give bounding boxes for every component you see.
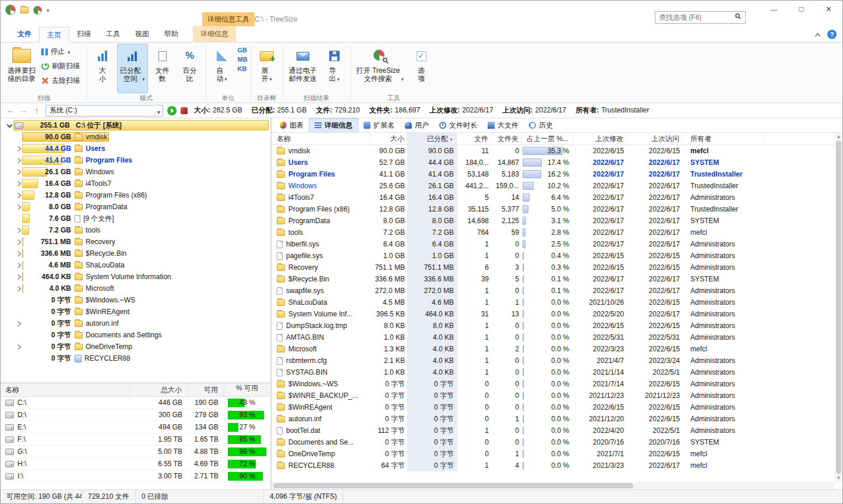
- details-row[interactable]: bootTel.dat 112 字节 0 字节 1 0 0.0 % 2022/4…: [272, 425, 835, 436]
- col-owner[interactable]: 所有者: [682, 133, 764, 144]
- file-search-button[interactable]: 打开 TreeSize 文件搜索: [354, 44, 407, 93]
- detail-tab[interactable]: 图表: [274, 118, 309, 132]
- expand-chevron-icon[interactable]: [15, 285, 22, 292]
- details-row[interactable]: Recovery 751.1 MB 751.1 MB 6 3 0.3 % 202…: [272, 262, 835, 273]
- drive-selector[interactable]: 系统 (C:): [45, 105, 163, 117]
- back-button[interactable]: [5, 106, 15, 115]
- expand-chevron-icon[interactable]: [15, 192, 22, 199]
- drive-row[interactable]: G:\ 5.00 TB 4.88 TB 98 %: [1, 446, 270, 458]
- expand-chevron-icon[interactable]: [15, 203, 22, 211]
- ribbon-tab[interactable]: 扫描: [69, 26, 98, 42]
- vertical-scrollbar[interactable]: [835, 133, 842, 482]
- drive-row[interactable]: H:\ 6.55 TB 4.69 TB 72 %: [1, 458, 270, 470]
- unit-mb[interactable]: MB: [238, 57, 248, 63]
- tree-item[interactable]: 7.2 GB tools: [1, 224, 270, 236]
- details-row[interactable]: pagefile.sys 1.0 GB 1.0 GB 1 0 0.4 % 202…: [272, 250, 835, 262]
- details-row[interactable]: Program Files (x86) 12.8 GB 12.8 GB 35,1…: [272, 203, 835, 215]
- refresh-scan-button[interactable]: 刷新扫描: [40, 60, 83, 72]
- select-directory-button[interactable]: 选择要扫 描的目录: [5, 44, 38, 93]
- details-row[interactable]: DumpStack.log.tmp 8.0 KB 8.0 KB 1 0 0.0 …: [272, 320, 835, 332]
- ribbon-tab[interactable]: 详细信息: [193, 26, 236, 42]
- details-row[interactable]: vmdisk 90.0 GB 90.0 GB 11 0 35.3 % 2022/…: [272, 145, 835, 157]
- mode-percent-button[interactable]: 百分 比: [177, 44, 203, 93]
- details-row[interactable]: System Volume Inf... 396.5 KB 464.0 KB 3…: [272, 308, 835, 320]
- stop-button[interactable]: 停止: [40, 45, 83, 58]
- horizontal-scrollbar[interactable]: [272, 482, 835, 489]
- detail-tab[interactable]: 历史: [524, 118, 558, 132]
- details-row[interactable]: $WINRE_BACKUP_... 0 字节 0 字节 0 0 0.0 % 20…: [272, 390, 835, 401]
- expand-chevron-icon[interactable]: [15, 262, 22, 269]
- details-row[interactable]: OneDriveTemp 0 字节 0 字节 0 1 0.0 % 2021/7/…: [272, 448, 835, 460]
- folder-icon[interactable]: [20, 7, 29, 13]
- col-percent-of-parent[interactable]: 占上一层 %...: [521, 133, 573, 144]
- expand-chevron-icon[interactable]: [15, 168, 22, 176]
- unit-kb[interactable]: KB: [238, 66, 248, 72]
- tree-root-row[interactable]: 255.1 GB C:\ 位于 [系统]: [1, 119, 270, 131]
- scrollbar-thumb[interactable]: [273, 483, 633, 488]
- expand-chevron-icon[interactable]: [15, 227, 22, 234]
- col-size[interactable]: 大小: [370, 133, 407, 144]
- col-drive-total[interactable]: 总大小: [130, 384, 188, 396]
- col-files[interactable]: 文件: [457, 133, 491, 144]
- expand-chevron-icon[interactable]: [15, 157, 22, 164]
- options-button[interactable]: 选 项: [408, 44, 434, 93]
- tree-item[interactable]: 0 字节 $WinREAgent: [1, 306, 270, 318]
- details-row[interactable]: rsbmterm.cfg 2.1 KB 4.0 KB 1 0 0.0 % 202…: [272, 355, 835, 366]
- tree-item[interactable]: 12.8 GB Program Files (x86): [1, 189, 270, 201]
- details-row[interactable]: SYSTAG.BIN 1.0 KB 4.0 KB 1 0 0.0 % 2021/…: [272, 366, 835, 378]
- details-row[interactable]: i4Tools7 16.4 GB 16.4 GB 5 14 6.4 % 2022…: [272, 192, 835, 203]
- ribbon-tab[interactable]: 工具: [98, 26, 128, 42]
- detail-tab[interactable]: 大文件: [482, 118, 524, 132]
- details-row[interactable]: Users 52.7 GB 44.4 GB 184,0... 14,867 17…: [272, 157, 835, 168]
- col-drive-pct[interactable]: % 可用: [228, 384, 267, 396]
- expand-chevron-icon[interactable]: [15, 180, 22, 188]
- drive-row[interactable]: E:\ 494 GB 134 GB 27 %: [1, 421, 270, 433]
- qat-dropdown-icon[interactable]: [47, 6, 50, 14]
- tree-item[interactable]: 26.1 GB Windows: [1, 166, 270, 178]
- expand-chevron-icon[interactable]: [15, 273, 22, 281]
- mode-size-button[interactable]: 大 小: [90, 44, 115, 93]
- details-row[interactable]: hiberfil.sys 6.4 GB 6.4 GB 1 0 2.5 % 202…: [272, 238, 835, 250]
- details-row[interactable]: $WinREAgent 0 字节 0 字节 0 0 0.0 % 2022/6/1…: [272, 401, 835, 413]
- tree-item[interactable]: 16.4 GB i4Tools7: [1, 178, 270, 189]
- unit-auto-button[interactable]: 自 动: [209, 44, 235, 93]
- scroll-up-icon[interactable]: [837, 133, 841, 140]
- expand-chevron-icon[interactable]: [15, 145, 22, 153]
- details-row[interactable]: RECYCLER88 64 字节 0 字节 1 4 0.0 % 2021/3/2…: [272, 460, 835, 471]
- drive-row[interactable]: F:\ 1.95 TB 1.65 TB 85 %: [1, 433, 270, 446]
- drive-row[interactable]: D:\ 300 GB 278 GB 93 %: [1, 409, 270, 421]
- ribbon-tab[interactable]: 帮助: [157, 26, 186, 42]
- col-name[interactable]: 名称: [272, 133, 370, 144]
- tree-item[interactable]: 336.6 MB $Recycle.Bin: [1, 248, 270, 259]
- details-row[interactable]: tools 7.2 GB 7.2 GB 764 59 2.8 % 2022/6/…: [272, 227, 835, 238]
- col-last-accessed[interactable]: 上次访问: [626, 133, 682, 144]
- tree-item[interactable]: 7.6 GB [9 个文件]: [1, 213, 270, 224]
- expand-button[interactable]: 展 开: [254, 44, 280, 93]
- details-row[interactable]: Documents and Se... 0 字节 0 字节 0 0 0.0 % …: [272, 436, 835, 448]
- details-row[interactable]: ShaLouData 4.5 MB 4.6 MB 1 1 0.0 % 2021/…: [272, 297, 835, 308]
- details-row[interactable]: ProgramData 8.0 GB 8.0 GB 14,698 2,125 3…: [272, 215, 835, 227]
- expand-chevron-icon[interactable]: [15, 250, 22, 258]
- mode-filecount-button[interactable]: 文件 数: [150, 44, 175, 93]
- search-icon[interactable]: [735, 13, 740, 18]
- minimize-button[interactable]: [760, 1, 788, 18]
- maximize-button[interactable]: [788, 1, 815, 18]
- mode-allocated-button[interactable]: 已分配 空间: [117, 44, 148, 93]
- close-button[interactable]: [815, 1, 842, 18]
- unit-gb[interactable]: GB: [238, 47, 248, 54]
- tree-item[interactable]: 90.0 GB vmdisk: [1, 131, 270, 143]
- expand-chevron-icon[interactable]: [15, 320, 22, 327]
- col-allocated[interactable]: 已分配: [407, 133, 457, 144]
- scrollbar-thumb[interactable]: [836, 141, 841, 474]
- search-input[interactable]: [655, 11, 746, 24]
- col-drive-name[interactable]: 名称: [1, 384, 130, 396]
- ribbon-tab[interactable]: 主页: [39, 27, 69, 43]
- details-row[interactable]: $Recycle.Bin 336.6 MB 336.6 MB 39 5 0.1 …: [272, 273, 835, 285]
- col-folders[interactable]: 文件夹: [491, 133, 521, 144]
- app-logo-icon[interactable]: [5, 5, 16, 15]
- col-drive-free[interactable]: 可用: [188, 384, 224, 396]
- start-scan-button[interactable]: [167, 106, 177, 115]
- email-button[interactable]: 通过电子 邮件发送: [286, 44, 320, 93]
- forward-button[interactable]: [19, 106, 28, 115]
- ribbon-tab[interactable]: 视图: [128, 26, 157, 42]
